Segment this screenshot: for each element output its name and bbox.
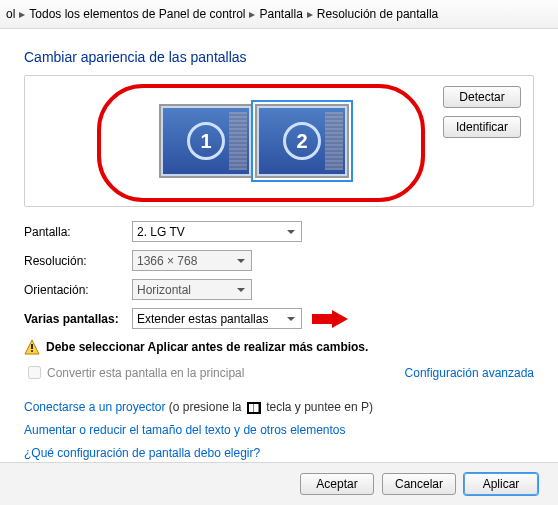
which-config-link[interactable]: ¿Qué configuración de pantalla debo eleg…	[24, 446, 260, 460]
monitor-1[interactable]: 1	[159, 104, 253, 178]
breadcrumb-part[interactable]: Pantalla	[259, 7, 302, 21]
cancel-button[interactable]: Cancelar	[382, 473, 456, 495]
monitor-bezel-icon	[325, 112, 343, 170]
orientation-label: Orientación:	[24, 283, 132, 297]
make-primary-label: Convertir esta pantalla en la principal	[47, 366, 244, 380]
orientation-select[interactable]: Horizontal	[132, 279, 252, 300]
chevron-right-icon: ▸	[19, 7, 25, 21]
identify-button[interactable]: Identificar	[443, 116, 521, 138]
screen-label: Pantalla:	[24, 225, 132, 239]
monitor-2[interactable]: 2	[255, 104, 349, 178]
monitor-bezel-icon	[229, 112, 247, 170]
monitor-number: 1	[187, 122, 225, 160]
multi-display-select[interactable]: Extender estas pantallas	[132, 308, 302, 329]
svg-rect-3	[31, 350, 33, 352]
page-title: Cambiar apariencia de las pantallas	[24, 49, 534, 65]
advanced-settings-link[interactable]: Configuración avanzada	[405, 366, 534, 380]
monitor-preview-panel: 1 2 Detectar Identificar	[24, 75, 534, 207]
warning-icon	[24, 339, 40, 355]
svg-rect-2	[31, 344, 33, 349]
dialog-footer: Aceptar Cancelar Aplicar	[0, 462, 558, 505]
breadcrumb-part[interactable]: Todos los elementos de Panel de control	[29, 7, 245, 21]
apply-button[interactable]: Aplicar	[464, 473, 538, 495]
connect-projector-link[interactable]: Conectarse a un proyector	[24, 400, 165, 414]
projector-hint-b: tecla y puntee en P)	[266, 400, 373, 414]
projector-hint-a: (o presione la	[169, 400, 245, 414]
chevron-right-icon: ▸	[307, 7, 313, 21]
text-size-link[interactable]: Aumentar o reducir el tamaño del texto y…	[24, 423, 346, 437]
svg-marker-0	[312, 310, 348, 328]
resolution-label: Resolución:	[24, 254, 132, 268]
resolution-select[interactable]: 1366 × 768	[132, 250, 252, 271]
multi-display-label: Varias pantallas:	[24, 312, 132, 326]
breadcrumb-part[interactable]: ol	[6, 7, 15, 21]
annotation-arrow-icon	[312, 310, 350, 328]
detect-button[interactable]: Detectar	[443, 86, 521, 108]
windows-key-icon	[247, 402, 261, 414]
warning-text: Debe seleccionar Aplicar antes de realiz…	[46, 340, 368, 354]
screen-select[interactable]: 2. LG TV	[132, 221, 302, 242]
make-primary-checkbox	[28, 366, 41, 379]
monitor-number: 2	[283, 122, 321, 160]
breadcrumb: ol▸ Todos los elementos de Panel de cont…	[0, 0, 558, 29]
display-settings-window: ol▸ Todos los elementos de Panel de cont…	[0, 0, 558, 505]
chevron-right-icon: ▸	[249, 7, 255, 21]
ok-button[interactable]: Aceptar	[300, 473, 374, 495]
breadcrumb-part[interactable]: Resolución de pantalla	[317, 7, 438, 21]
